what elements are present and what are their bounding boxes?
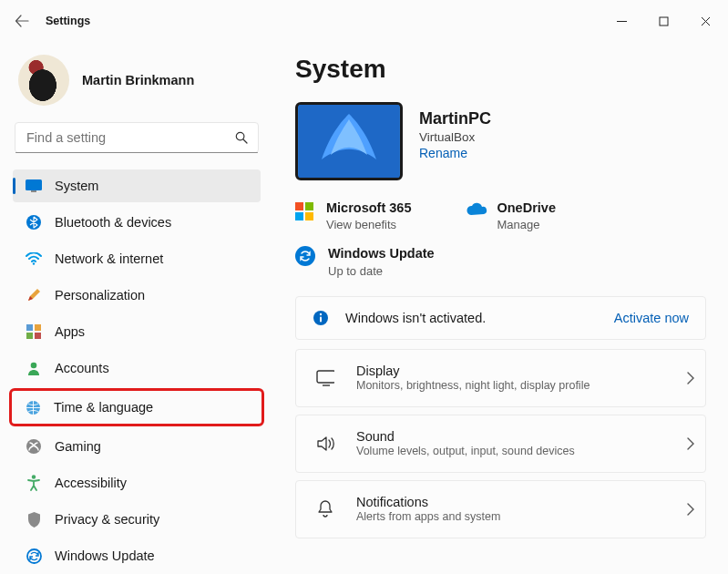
- info-icon: [313, 310, 329, 326]
- update-icon: [26, 548, 42, 564]
- chevron-right-icon: [686, 372, 694, 384]
- svg-rect-23: [317, 371, 334, 383]
- nav-item-bluetooth[interactable]: Bluetooth & devices: [13, 206, 261, 239]
- svg-rect-6: [26, 324, 33, 331]
- user-name: Martin Brinkmann: [82, 73, 194, 87]
- tile-m365[interactable]: Microsoft 365 View benefits: [295, 200, 411, 231]
- wifi-icon: [26, 251, 42, 267]
- svg-rect-19: [305, 212, 313, 220]
- accessibility-icon: [26, 475, 42, 491]
- tile-sub: View benefits: [326, 218, 411, 231]
- display-icon: [316, 370, 334, 386]
- svg-point-13: [32, 475, 36, 478]
- svg-point-5: [33, 262, 35, 264]
- tile-windows-update[interactable]: Windows Update Up to date: [295, 246, 706, 277]
- desktop-thumbnail: [295, 102, 403, 180]
- sidebar: Martin Brinkmann System Bluetooth & devi…: [0, 42, 273, 574]
- nav-item-accessibility[interactable]: Accessibility: [13, 466, 261, 499]
- nav-item-time-language[interactable]: Time & language: [12, 391, 261, 424]
- bluetooth-icon: [26, 214, 42, 231]
- svg-point-14: [27, 549, 41, 563]
- chevron-right-icon: [686, 437, 694, 450]
- rename-link[interactable]: Rename: [419, 146, 491, 160]
- card-notifications[interactable]: Notifications Alerts from apps and syste…: [295, 480, 706, 538]
- nav-label: Bluetooth & devices: [55, 215, 171, 230]
- nav-item-apps[interactable]: Apps: [13, 315, 261, 348]
- nav-label: Apps: [55, 324, 85, 339]
- close-icon: [701, 16, 711, 26]
- avatar: [18, 55, 69, 106]
- nav-item-network[interactable]: Network & internet: [13, 242, 261, 275]
- card-title: Notifications: [356, 495, 664, 509]
- nav: System Bluetooth & devices Network & int…: [13, 169, 261, 574]
- svg-rect-9: [35, 333, 41, 339]
- close-button[interactable]: [684, 5, 726, 36]
- bell-icon: [316, 499, 334, 519]
- card-sub: Volume levels, output, input, sound devi…: [356, 445, 664, 457]
- tile-title: OneDrive: [497, 200, 555, 216]
- maximize-icon: [659, 16, 669, 26]
- card-title: Display: [356, 364, 664, 378]
- minimize-icon: [617, 16, 627, 26]
- app-title: Settings: [46, 15, 90, 27]
- sound-icon: [316, 435, 334, 453]
- paintbrush-icon: [26, 287, 42, 303]
- minimize-button[interactable]: [600, 5, 642, 36]
- tile-title: Microsoft 365: [326, 200, 411, 216]
- activation-banner: Windows isn't activated. Activate now: [295, 296, 706, 340]
- nav-item-privacy[interactable]: Privacy & security: [13, 503, 261, 536]
- highlight-annotation: Time & language: [9, 388, 264, 426]
- card-title: Sound: [356, 429, 664, 444]
- nav-item-personalization[interactable]: Personalization: [13, 279, 261, 312]
- update-icon: [295, 246, 315, 266]
- nav-label: Personalization: [55, 288, 145, 302]
- svg-rect-2: [26, 179, 42, 190]
- page-title: System: [295, 55, 706, 84]
- svg-rect-16: [295, 202, 303, 210]
- svg-rect-22: [320, 316, 322, 322]
- nav-item-gaming[interactable]: Gaming: [13, 430, 261, 463]
- activate-link[interactable]: Activate now: [614, 311, 689, 325]
- nav-label: Privacy & security: [55, 512, 159, 527]
- nav-label: System: [55, 179, 98, 193]
- pc-model: VirtualBox: [419, 130, 491, 144]
- card-sound[interactable]: Sound Volume levels, output, input, soun…: [295, 415, 706, 473]
- nav-item-accounts[interactable]: Accounts: [13, 352, 261, 384]
- nav-item-system[interactable]: System: [13, 169, 261, 202]
- nav-label: Time & language: [54, 400, 153, 415]
- svg-rect-8: [26, 333, 33, 339]
- globe-clock-icon: [25, 399, 41, 415]
- xbox-icon: [26, 438, 42, 455]
- svg-rect-18: [295, 212, 303, 220]
- search-box[interactable]: [15, 122, 259, 153]
- svg-rect-7: [35, 324, 41, 331]
- tile-sub: Up to date: [328, 264, 435, 278]
- svg-rect-17: [305, 202, 313, 210]
- person-icon: [26, 360, 42, 376]
- svg-point-10: [31, 363, 37, 369]
- main: System MartinPC VirtualBox Rename Micros…: [273, 42, 728, 574]
- svg-point-21: [320, 313, 322, 315]
- nav-label: Windows Update: [55, 548, 155, 563]
- pc-name: MartinPC: [419, 109, 491, 128]
- nav-label: Gaming: [55, 439, 101, 454]
- tile-onedrive[interactable]: OneDrive Manage: [466, 200, 555, 231]
- tile-sub: Manage: [497, 218, 555, 231]
- nav-label: Accounts: [55, 361, 109, 375]
- nav-label: Network & internet: [55, 251, 163, 266]
- card-display[interactable]: Display Monitors, brightness, night ligh…: [295, 349, 706, 407]
- maximize-button[interactable]: [642, 5, 684, 36]
- chevron-right-icon: [686, 503, 694, 516]
- arrow-left-icon: [15, 14, 29, 28]
- shield-icon: [26, 511, 42, 528]
- title-bar: Settings: [0, 0, 728, 42]
- search-icon: [225, 131, 258, 144]
- svg-rect-3: [31, 190, 36, 192]
- apps-icon: [26, 323, 42, 340]
- svg-rect-0: [660, 17, 668, 26]
- profile[interactable]: Martin Brinkmann: [13, 51, 261, 122]
- cloud-icon: [466, 200, 484, 217]
- nav-item-windows-update[interactable]: Windows Update: [13, 539, 261, 572]
- back-button[interactable]: [2, 14, 42, 28]
- search-input[interactable]: [15, 130, 225, 145]
